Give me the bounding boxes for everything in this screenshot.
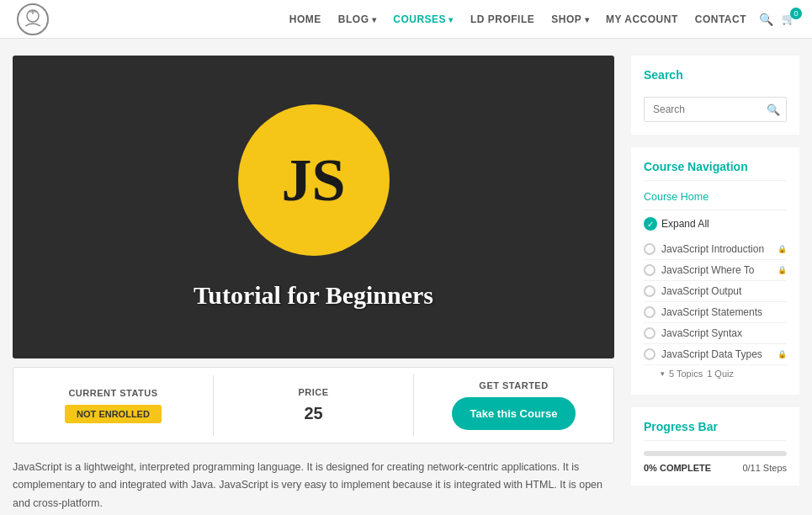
progress-widget-title: Progress Bar xyxy=(644,420,787,441)
current-status-section: Current Status NOT ENROLLED xyxy=(13,375,214,436)
cart-badge: 0 xyxy=(790,8,802,19)
price-label: Price xyxy=(231,387,396,397)
lesson-circle-5 xyxy=(644,327,655,339)
chevron-down-icon: ▾ xyxy=(661,369,665,378)
lesson-item-4[interactable]: JavaScript Statements xyxy=(644,302,787,323)
price-section: Price 25 xyxy=(214,374,414,436)
nav-home[interactable]: HOME xyxy=(289,13,321,25)
nav-my-account[interactable]: MY ACCOUNT xyxy=(606,13,678,25)
progress-steps-label: 0/11 Steps xyxy=(742,463,787,473)
enrollment-box: Current Status NOT ENROLLED Price 25 Get… xyxy=(13,367,614,443)
lesson-name-5: JavaScript Syntax xyxy=(661,327,787,339)
get-started-label: Get Started xyxy=(431,380,597,390)
nav-home-link[interactable]: HOME xyxy=(289,13,321,25)
expand-all-label: Expand All xyxy=(661,218,709,230)
course-hero-title: Tutorial for Beginners xyxy=(194,281,433,310)
lesson-circle-1 xyxy=(644,243,655,255)
nav-contact-link[interactable]: CONTACT xyxy=(695,13,746,25)
js-logo-text: JS xyxy=(281,146,345,215)
logo[interactable] xyxy=(17,3,49,35)
nav-blog[interactable]: BLOG xyxy=(338,13,376,25)
nav-blog-link[interactable]: BLOG xyxy=(338,13,376,25)
lesson-name-6: JavaScript Data Types xyxy=(661,348,772,360)
expand-check-icon: ✓ xyxy=(644,217,657,231)
progress-widget: Progress Bar 0% COMPLETE 0/11 Steps xyxy=(631,407,799,486)
search-submit-button[interactable]: 🔍 xyxy=(767,104,780,116)
lesson-circle-6 xyxy=(644,348,655,360)
progress-label-row: 0% COMPLETE 0/11 Steps xyxy=(644,463,787,473)
main-content: JS Tutorial for Beginners Current Status… xyxy=(13,56,614,512)
current-status-label: Current Status xyxy=(30,388,196,398)
nav-ld-profile[interactable]: LD PROFILE xyxy=(470,13,534,25)
lesson-item-5[interactable]: JavaScript Syntax xyxy=(644,323,787,344)
course-home-link[interactable]: Course Home xyxy=(644,191,787,210)
course-hero-image: JS Tutorial for Beginners xyxy=(13,56,614,358)
lesson-name-3: JavaScript Output xyxy=(661,285,787,297)
cart-icon[interactable]: 🛒0 xyxy=(782,13,795,25)
not-enrolled-badge: NOT ENROLLED xyxy=(65,405,162,423)
nav-courses-link[interactable]: COURSES xyxy=(393,13,454,25)
lesson-item-6[interactable]: JavaScript Data Types 🔒 xyxy=(644,344,787,365)
lesson-item-1[interactable]: JavaScript Introduction 🔒 xyxy=(644,239,787,260)
nav-shop[interactable]: SHOP xyxy=(551,13,589,25)
take-course-button[interactable]: Take this Course xyxy=(452,397,576,430)
navbar: HOME BLOG COURSES LD PROFILE SHOP MY ACC… xyxy=(0,0,812,39)
subtopics-row: ▾ 5 Topics 1 Quiz xyxy=(644,365,787,382)
nav-ld-profile-link[interactable]: LD PROFILE xyxy=(470,13,534,25)
js-logo-circle: JS xyxy=(238,104,390,256)
nav-courses[interactable]: COURSES xyxy=(393,13,454,25)
lock-icon-1: 🔒 xyxy=(778,245,787,253)
search-widget: Search 🔍 xyxy=(631,56,799,135)
lesson-circle-2 xyxy=(644,264,655,276)
search-widget-title: Search xyxy=(644,68,787,88)
course-nav-title: Course Navigation xyxy=(644,160,787,181)
search-icon[interactable]: 🔍 xyxy=(759,13,773,26)
progress-bar-track xyxy=(644,451,787,456)
subtopics-label: 5 Topics xyxy=(669,369,703,379)
lock-icon-2: 🔒 xyxy=(778,266,787,274)
nav-links: HOME BLOG COURSES LD PROFILE SHOP MY ACC… xyxy=(289,13,746,25)
description-text: JavaScript is a lightweight, interpreted… xyxy=(13,459,614,512)
lesson-name-4: JavaScript Statements xyxy=(661,306,787,318)
lesson-circle-3 xyxy=(644,285,655,297)
lesson-name-2: JavaScript Where To xyxy=(661,264,772,276)
nav-my-account-link[interactable]: MY ACCOUNT xyxy=(606,13,678,25)
course-nav-widget: Course Navigation Course Home ✓ Expand A… xyxy=(631,147,799,395)
expand-all-row[interactable]: ✓ Expand All xyxy=(644,217,787,231)
quiz-label: 1 Quiz xyxy=(707,369,734,379)
lesson-item-3[interactable]: JavaScript Output xyxy=(644,281,787,302)
lesson-circle-4 xyxy=(644,306,655,318)
sidebar: Search 🔍 Course Navigation Course Home ✓… xyxy=(631,56,799,512)
lesson-name-1: JavaScript Introduction xyxy=(661,243,772,255)
progress-complete-label: 0% COMPLETE xyxy=(644,463,711,473)
course-description: JavaScript is a lightweight, interpreted… xyxy=(13,459,614,512)
price-value: 25 xyxy=(231,404,396,423)
lock-icon-6: 🔒 xyxy=(778,350,787,358)
get-started-section: Get Started Take this Course xyxy=(414,368,613,443)
lesson-item-2[interactable]: JavaScript Where To 🔒 xyxy=(644,260,787,281)
nav-shop-link[interactable]: SHOP xyxy=(551,13,589,25)
logo-icon xyxy=(17,3,49,35)
search-input-wrap: 🔍 xyxy=(644,97,787,122)
nav-contact[interactable]: CONTACT xyxy=(695,13,746,25)
search-input[interactable] xyxy=(644,97,787,122)
page-wrapper: JS Tutorial for Beginners Current Status… xyxy=(0,39,812,515)
